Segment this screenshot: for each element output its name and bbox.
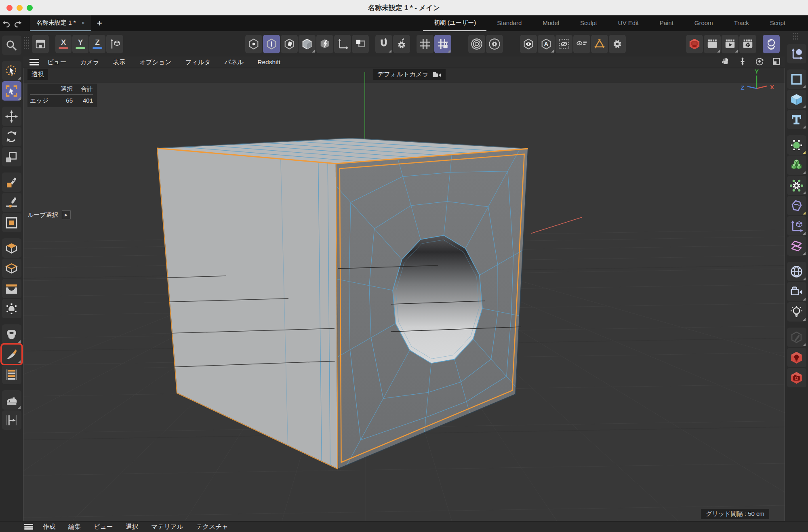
layout-tab-sculpt[interactable]: Sculpt (570, 15, 608, 31)
edge-mode-button[interactable] (263, 35, 280, 53)
volume-button[interactable] (787, 156, 806, 175)
soft-selection-button[interactable] (2, 299, 21, 318)
smooth-shift-button[interactable] (2, 259, 21, 278)
bottom-menu-2[interactable]: ビュー (94, 523, 113, 531)
primitive-cube-button[interactable] (787, 90, 806, 109)
material-disabled-button[interactable] (787, 328, 806, 347)
layout-tab-model[interactable]: Model (532, 15, 570, 31)
refresh-button[interactable] (591, 35, 608, 53)
bottom-menu-0[interactable]: 作成 (43, 523, 55, 531)
view-filter-button[interactable] (573, 35, 590, 53)
layout-tab-script[interactable]: Script (760, 15, 796, 31)
undo-button[interactable] (0, 15, 12, 31)
viewport-solo-button[interactable] (520, 35, 537, 53)
bottom-menu-3[interactable]: 選択 (126, 523, 138, 531)
edge-cut-button[interactable] (2, 410, 21, 430)
rs-render-view-button[interactable] (763, 35, 780, 53)
rect-selection-button[interactable] (2, 81, 21, 101)
knife-button[interactable] (2, 345, 21, 364)
viewport-menu-6[interactable]: Redshift (257, 59, 280, 66)
layout-tab--[interactable]: 初期 (ユーザー) (423, 15, 486, 31)
layout-tab-paint[interactable]: Paint (649, 15, 684, 31)
extrude-button[interactable] (2, 238, 21, 258)
render-button[interactable] (722, 35, 739, 53)
dolly-button[interactable] (738, 57, 747, 67)
viewport-menu-icon[interactable] (29, 59, 39, 65)
layout-tab-groom[interactable]: Groom (684, 15, 724, 31)
texture-mode-button[interactable] (316, 35, 333, 53)
scale-button[interactable] (2, 147, 21, 166)
viewport-menu-5[interactable]: パネル (225, 58, 244, 67)
generator-button[interactable] (787, 135, 806, 155)
maximize-view-button[interactable] (772, 57, 781, 67)
stitch-sew-button[interactable] (2, 324, 21, 344)
document-tab[interactable]: 名称未設定 1 * × (30, 15, 91, 31)
grid-button[interactable] (417, 35, 433, 53)
minimize-window-button[interactable] (17, 5, 23, 11)
viewport-menu-4[interactable]: フィルタ (185, 58, 210, 67)
redshift-light-button[interactable] (787, 348, 806, 367)
null-axis-button[interactable] (787, 216, 806, 236)
search-button[interactable] (2, 36, 21, 55)
redshift-button[interactable] (686, 35, 703, 53)
layout-tab-uv-edit[interactable]: UV Edit (608, 15, 649, 31)
point-mode-button[interactable] (245, 35, 262, 53)
model-mode-button[interactable] (299, 35, 316, 53)
iron-button[interactable] (2, 390, 21, 410)
render-settings-button[interactable] (739, 35, 756, 53)
axis-lock-button[interactable] (106, 35, 123, 53)
polygon-pen-button[interactable] (2, 172, 21, 192)
bottom-menu-4[interactable]: マテリアル (151, 523, 183, 531)
sky-button[interactable] (787, 262, 806, 281)
palette-grip[interactable] (793, 33, 799, 41)
close-tab-icon[interactable]: × (82, 19, 85, 26)
bridge-button[interactable] (2, 279, 21, 298)
viewport-menu-2[interactable]: 表示 (113, 58, 126, 67)
field-button[interactable] (787, 236, 806, 256)
pan-hand-button[interactable] (721, 57, 730, 67)
text-button[interactable] (787, 110, 806, 129)
toolbar-grip[interactable] (24, 37, 30, 51)
layout-tab-track[interactable]: Track (724, 15, 760, 31)
bottom-menu-icon[interactable] (24, 524, 33, 530)
axis-tool-button[interactable] (787, 44, 806, 63)
viewport-menu-3[interactable]: オプション (139, 58, 171, 67)
axis-gizmo[interactable]: Y Z X (733, 68, 781, 93)
render-view-button[interactable] (704, 35, 721, 53)
workplane-axis-button[interactable] (334, 35, 351, 53)
modeling-settings-button[interactable] (486, 35, 503, 53)
viewport-menu-1[interactable]: カメラ (80, 58, 99, 67)
perspective-viewport[interactable]: 透視 デフォルトカメラ 選択 合計 エッジ 65 401 ループ選択 ▶ (23, 68, 785, 521)
move-button[interactable] (2, 107, 21, 126)
snap-settings-button[interactable] (393, 35, 410, 53)
layout-palette-button[interactable] (32, 35, 49, 53)
new-tab-button[interactable]: + (91, 15, 107, 31)
axis-toggle-z[interactable]: Z (89, 35, 105, 53)
tool-hint-expand-button[interactable]: ▶ (62, 210, 71, 219)
layout-tab-standard[interactable]: Standard (486, 15, 532, 31)
spline-rect-button[interactable] (787, 69, 806, 89)
zoom-window-button[interactable] (27, 5, 33, 11)
rotate-button[interactable] (2, 127, 21, 146)
quantize-button[interactable] (434, 35, 451, 53)
loop-cut-button[interactable] (2, 365, 21, 384)
snap-button[interactable] (375, 35, 392, 53)
deformer-button[interactable] (787, 196, 806, 215)
workplane-button[interactable] (352, 35, 369, 53)
bottom-menu-1[interactable]: 編集 (68, 523, 81, 531)
live-selection-button[interactable] (2, 61, 21, 80)
redo-button[interactable] (12, 15, 24, 31)
axis-toggle-x[interactable]: X (55, 35, 72, 53)
redshift-camera-button[interactable] (787, 368, 806, 387)
close-window-button[interactable] (6, 5, 13, 11)
rings-button[interactable] (468, 35, 485, 53)
orbit-button[interactable] (755, 57, 764, 67)
preferences-button[interactable] (609, 35, 626, 53)
polygon-mode-button[interactable] (281, 35, 298, 53)
viewport-menu-0[interactable]: ビュー (47, 58, 66, 67)
inner-extrude-button[interactable] (2, 213, 21, 232)
simulation-button[interactable] (787, 176, 806, 195)
scene-camera-button[interactable] (787, 282, 806, 301)
axis-toggle-y[interactable]: Y (72, 35, 88, 53)
spline-pen-button[interactable] (2, 193, 21, 212)
